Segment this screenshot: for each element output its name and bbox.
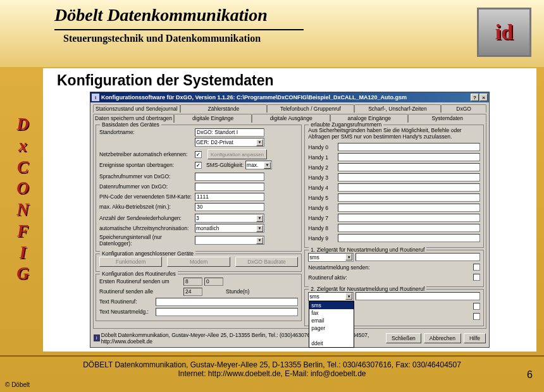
- uhrzeit-label: automatische Uhrzeitsynchronisation:: [99, 225, 193, 231]
- footer-line2: Internet: http://www.doebelt.de, E-Mail:…: [0, 369, 544, 378]
- sendewdh-select[interactable]: 3▼: [195, 214, 264, 223]
- page-number: 6: [527, 369, 533, 381]
- slide-header: Döbelt Datenkommunikation Steuerungstech…: [0, 0, 544, 67]
- sms-gueltigkeit-label: SMS-Gültigkeit:: [206, 162, 244, 168]
- ziel2-type-select[interactable]: sms▼ sms fax email pager ddeit: [308, 292, 354, 301]
- baudrate-button[interactable]: DxGO Baudrate: [235, 257, 298, 267]
- datenruf-input[interactable]: [195, 183, 264, 191]
- dropdown-option-sms[interactable]: sms: [309, 302, 354, 309]
- window-titlebar[interactable]: i Konfigurationssoftware für DxGO, Versi…: [90, 92, 489, 102]
- akku-input[interactable]: [195, 203, 264, 211]
- ziel2-number-input[interactable]: [355, 292, 480, 300]
- ziel2-check-1[interactable]: [473, 303, 480, 310]
- handy-7-input[interactable]: [338, 214, 480, 222]
- netzbetreiber-select[interactable]: GER: D2-Privat▼: [195, 138, 264, 147]
- company-subtitle: Steuerungstechnik und Datenkommunikation: [63, 33, 531, 44]
- uhrzeit-select[interactable]: monatlich▼: [195, 224, 264, 233]
- chevron-down-icon: ▼: [345, 254, 352, 260]
- ziel1-routine-label: Routineruf aktiv:: [308, 274, 471, 281]
- tab-systemdaten[interactable]: Systemdaten: [408, 114, 486, 123]
- chevron-down-icon: ▼: [256, 225, 263, 232]
- group-ziel2: 2. Zielgerät für Neustartmeldung und Rou…: [304, 289, 484, 326]
- stunden-label: Stunde(n): [226, 288, 249, 295]
- speicher-select[interactable]: ▼: [195, 236, 264, 245]
- chevron-down-icon: ▼: [256, 237, 263, 244]
- group-handys: erlaubte Zugangsrufnummern Aus Sicherhei…: [304, 125, 484, 248]
- konfig-anpassen-button[interactable]: Konfiguration anpassen: [207, 149, 267, 159]
- header-rule: [54, 29, 304, 30]
- standortname-input[interactable]: [195, 128, 264, 137]
- tab-telefonbuch[interactable]: Telefonbuch / Gruppenruf: [267, 104, 354, 113]
- netz-auto-checkbox[interactable]: ✓: [195, 151, 202, 158]
- alle-label: Routineruf senden alle: [99, 288, 182, 295]
- handys-note: Aus Sicherheitsgründen haben Sie die Mög…: [308, 128, 480, 140]
- tabs-row-2: Daten speichern und übertragen digitale …: [90, 112, 489, 122]
- ereignisse-checkbox[interactable]: ✓: [195, 162, 202, 169]
- tab-dxgo[interactable]: DxGO: [441, 104, 486, 113]
- alle-input[interactable]: [183, 288, 202, 296]
- chevron-down-icon: ▼: [256, 215, 263, 222]
- hilfe-button[interactable]: Hilfe: [464, 333, 486, 343]
- text-neustart-input[interactable]: [156, 308, 298, 316]
- ziel1-neustart-checkbox[interactable]: [473, 264, 480, 271]
- handy-2-input[interactable]: [338, 163, 480, 171]
- abbrechen-button[interactable]: Abbrechen: [424, 333, 461, 343]
- dropdown-option-blank[interactable]: [309, 332, 354, 340]
- ersten-m-input[interactable]: [204, 278, 223, 286]
- tab-dig-eingaenge[interactable]: digitale Eingänge: [174, 114, 252, 123]
- tab-zaehlerstaende[interactable]: Zählerstände: [180, 104, 268, 113]
- tabs-row-1: Stationszustand und Sendejournal Zählers…: [90, 102, 489, 112]
- ziel1-type-select[interactable]: sms▼: [308, 253, 354, 262]
- group-ziel1: 1. Zielgerät für Neustartmeldung und Rou…: [304, 250, 484, 287]
- dropdown-option-pager[interactable]: pager: [309, 324, 354, 332]
- close-window-button[interactable]: ×: [479, 94, 488, 101]
- handy-1-input[interactable]: [338, 153, 480, 161]
- standortname-label: Standortname:: [99, 129, 193, 135]
- handy-6-input[interactable]: [338, 204, 480, 212]
- ziel2-dropdown-list[interactable]: sms fax email pager ddeit: [309, 301, 354, 348]
- ersten-routine-label: Ersten Routineruf senden um: [99, 278, 182, 285]
- funkmodem-button[interactable]: Funkmodem: [99, 257, 162, 267]
- tab-scharf[interactable]: Scharf-, Unscharf-Zeiten: [354, 104, 442, 113]
- speicher-label: Speicherungsintervall (nur Datenlogger):: [99, 234, 193, 247]
- text-routine-input[interactable]: [156, 298, 298, 306]
- window-title: Konfigurationssoftware für DxGO, Version…: [101, 94, 470, 101]
- sendewdh-label: Anzahl der Sendewiederholungen:: [99, 215, 193, 221]
- dropdown-option-email[interactable]: email: [309, 317, 354, 324]
- dropdown-option-ddeit[interactable]: ddeit: [309, 340, 354, 347]
- handy-5-input[interactable]: [338, 193, 480, 202]
- sms-gueltigkeit-select[interactable]: max.▼: [245, 161, 272, 169]
- app-icon: i: [92, 94, 99, 101]
- handy-8-input[interactable]: [338, 224, 480, 232]
- help-button[interactable]: ?: [471, 94, 479, 101]
- tab-panel: Basisdaten des Gerätes Standortname: GER…: [93, 122, 486, 329]
- handy-4-input[interactable]: [338, 183, 480, 192]
- info-icon: i: [94, 334, 100, 341]
- window-bottom-bar: i Döbelt Datenkommunikation, Gustav-Meye…: [90, 331, 489, 347]
- handy-3-input[interactable]: [338, 173, 480, 181]
- chevron-down-icon: ▼: [345, 293, 352, 300]
- logo: id: [477, 8, 531, 57]
- chevron-down-icon: ▼: [264, 162, 271, 169]
- tab-stationszustand[interactable]: Stationszustand und Sendejournal: [93, 104, 180, 113]
- company-title: Döbelt Datenkommunikation: [54, 5, 531, 25]
- content-area: Konfiguration der Systemdaten i Konfigur…: [43, 68, 536, 352]
- ziel2-check-2[interactable]: [473, 313, 480, 320]
- netz-auto-label: Netzbetreiber automatisch erkennen:: [99, 151, 193, 157]
- slide-footer: DÖBELT Datenkommunikation, Gustav-Meyer-…: [0, 355, 544, 392]
- schliessen-button[interactable]: Schließen: [386, 333, 421, 343]
- chevron-down-icon: ▼: [256, 139, 263, 146]
- group-geraete: Konfiguration angeschlossener Geräte Fun…: [96, 254, 302, 272]
- ziel1-number-input[interactable]: [355, 253, 480, 261]
- pin-input[interactable]: [195, 193, 264, 201]
- group-basisdaten: Basisdaten des Gerätes Standortname: GER…: [96, 125, 302, 252]
- ziel1-routine-checkbox[interactable]: [473, 274, 480, 281]
- ereignisse-label: Ereignisse spontan übertragen:: [99, 162, 193, 168]
- ersten-h-input[interactable]: [183, 278, 202, 286]
- sprachruf-input[interactable]: [195, 173, 264, 181]
- handy-9-input[interactable]: [338, 234, 480, 242]
- modem-button[interactable]: Modem: [167, 257, 230, 267]
- handy-0-input[interactable]: [338, 143, 480, 151]
- dropdown-option-fax[interactable]: fax: [309, 309, 354, 317]
- pin-label: PIN-Code der verwendeten SIM-Karte:: [99, 193, 193, 200]
